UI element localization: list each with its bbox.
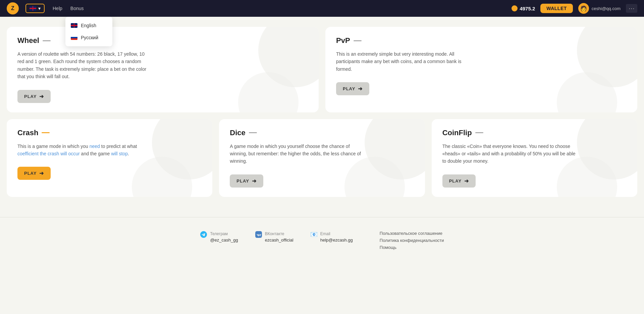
game-card-dice: Dice A game mode in which you yourself c… — [219, 119, 425, 197]
vk-icon — [255, 231, 262, 238]
avatar: 🧑 — [578, 3, 589, 14]
footer-socials: Телеграм @ez_cash_gg ВКонтакте ezcash_of… — [200, 231, 353, 244]
lang-option-russian[interactable]: Русский — [65, 32, 112, 44]
user-email: ceshi@qq.com — [592, 6, 621, 11]
title-dash-pvp — [354, 40, 362, 41]
vk-handle: ezcash_official — [265, 237, 293, 244]
telegram-icon — [200, 231, 207, 238]
footer-inner: Телеграм @ez_cash_gg ВКонтакте ezcash_of… — [121, 231, 523, 250]
menu-button[interactable]: ⋯ — [626, 4, 637, 13]
email-text: Email help@ezcash.gg — [320, 231, 353, 244]
arrow-right-icon: ➜ — [39, 93, 44, 100]
flag-uk-icon — [30, 6, 36, 11]
flag-ru-icon — [71, 35, 77, 40]
wallet-button[interactable]: WALLET — [540, 4, 573, 13]
footer: Телеграм @ez_cash_gg ВКонтакте ezcash_of… — [0, 217, 644, 257]
highlight-need: need — [90, 144, 100, 149]
title-dash-crash — [42, 132, 50, 133]
game-card-crash: Crash This is a game mode in which you n… — [7, 119, 212, 197]
title-dash-wheel — [43, 40, 51, 41]
footer-links: Пользовательское соглашение Политика кон… — [380, 231, 444, 250]
lang-english-label: English — [81, 23, 96, 28]
wheel-play-button[interactable]: PLAY ➜ — [17, 90, 51, 103]
telegram-label: Телеграм — [210, 231, 238, 237]
card-title-row: Crash — [17, 128, 202, 137]
highlight-coefficient: coefficient the crash will occur — [17, 151, 80, 156]
lang-option-english[interactable]: English — [65, 19, 112, 32]
pvp-play-label: PLAY — [343, 86, 355, 91]
coinflip-title: CoinFlip — [442, 128, 472, 137]
card-title-row: Dice — [230, 128, 414, 137]
vk-label: ВКонтакте — [265, 231, 293, 237]
footer-email: 📧 Email help@ezcash.gg — [310, 231, 353, 244]
language-dropdown: English Русский — [65, 17, 112, 46]
wheel-description: A version of roulette with 54 numbers: 2… — [17, 50, 152, 81]
arrow-right-icon: ➜ — [39, 170, 44, 176]
arrow-right-icon: ➜ — [358, 86, 363, 92]
header-right: 4975.2 WALLET 🧑 ceshi@qq.com ⋯ — [512, 3, 637, 14]
balance-amount: 4975.2 — [520, 6, 535, 11]
email-handle: help@ezcash.gg — [320, 237, 353, 244]
nav-bonus[interactable]: Bonus — [70, 6, 84, 11]
crash-title: Crash — [17, 128, 38, 137]
game-card-wheel: Wheel A version of roulette with 54 numb… — [7, 27, 319, 112]
user-info: 🧑 ceshi@qq.com — [578, 3, 621, 14]
logo[interactable]: Z — [7, 2, 19, 14]
header: Z ▾ Help Bonus 4975.2 WALLET 🧑 ceshi@qq.… — [0, 0, 644, 17]
telegram-handle: @ez_cash_gg — [210, 237, 238, 244]
wheel-title: Wheel — [17, 36, 39, 45]
footer-link-privacy[interactable]: Политика конфиденциальности — [380, 238, 444, 243]
dice-title: Dice — [230, 128, 245, 137]
pvp-title: PvP — [336, 36, 350, 45]
language-selector[interactable]: ▾ — [25, 4, 45, 13]
lang-chevron: ▾ — [38, 6, 41, 11]
dice-play-button[interactable]: PLAY ➜ — [230, 174, 263, 188]
coinflip-play-button[interactable]: PLAY ➜ — [442, 174, 476, 188]
telegram-text: Телеграм @ez_cash_gg — [210, 231, 238, 244]
game-card-pvp: PvP This is an extremely simple but very… — [325, 27, 637, 112]
dice-description: A game mode in which you yourself choose… — [230, 143, 364, 165]
dice-play-label: PLAY — [236, 178, 249, 184]
coinflip-play-label: PLAY — [449, 178, 462, 184]
flag-uk-icon — [71, 23, 77, 28]
wheel-play-label: PLAY — [24, 94, 37, 99]
crash-description: This is a game mode in which you need to… — [17, 143, 152, 158]
footer-link-terms[interactable]: Пользовательское соглашение — [380, 231, 444, 236]
nav-help[interactable]: Help — [53, 6, 62, 11]
arrow-right-icon: ➜ — [252, 178, 257, 184]
email-icon: 📧 — [310, 231, 318, 238]
footer-telegram: Телеграм @ez_cash_gg — [200, 231, 238, 244]
crash-play-label: PLAY — [24, 171, 37, 176]
games-row-2: Crash This is a game mode in which you n… — [7, 119, 637, 197]
title-dash-dice — [249, 132, 257, 133]
header-nav: ▾ Help Bonus — [25, 4, 84, 13]
footer-link-help[interactable]: Помощь — [380, 245, 444, 250]
coinflip-description: The classic «Coin» that everyone knows. … — [442, 143, 577, 165]
balance-display: 4975.2 — [512, 5, 535, 11]
pvp-play-button[interactable]: PLAY ➜ — [336, 82, 369, 95]
pvp-description: This is an extremely simple but very int… — [336, 50, 470, 73]
crash-play-button[interactable]: PLAY ➜ — [17, 167, 51, 180]
coin-icon — [512, 5, 518, 11]
logo-text: Z — [11, 5, 14, 11]
card-title-row: CoinFlip — [442, 128, 627, 137]
lang-russian-label: Русский — [81, 35, 98, 40]
card-title-row: Wheel — [17, 36, 308, 45]
highlight-stop: will stop — [111, 151, 128, 156]
card-title-row: PvP — [336, 36, 627, 45]
arrow-right-icon: ➜ — [464, 178, 469, 184]
footer-vk: ВКонтакте ezcash_official — [255, 231, 293, 244]
email-label: Email — [320, 231, 353, 237]
vk-text: ВКонтакте ezcash_official — [265, 231, 293, 244]
title-dash-coinflip — [475, 132, 483, 133]
game-card-coinflip: CoinFlip The classic «Coin» that everyon… — [432, 119, 637, 197]
